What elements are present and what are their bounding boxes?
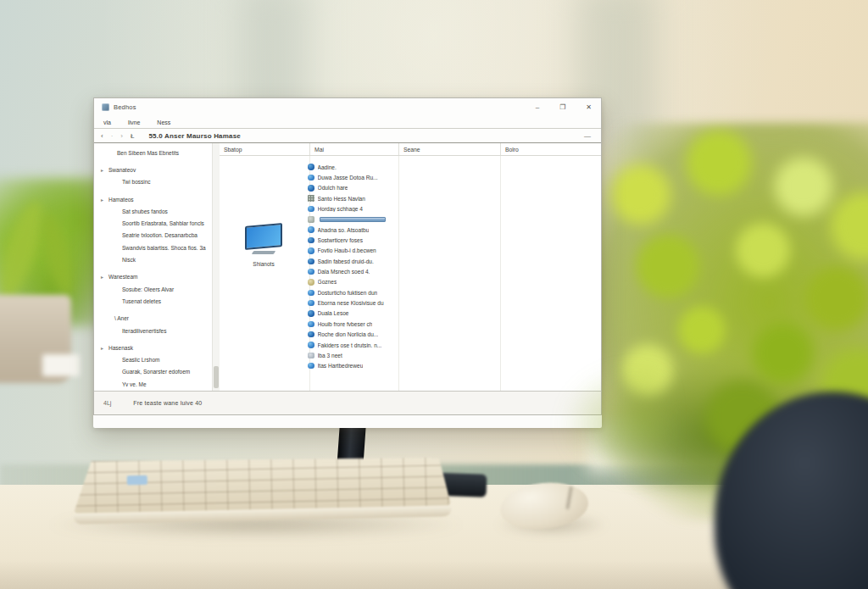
- list-row[interactable]: Sadin fabesd druid-du.: [308, 256, 601, 266]
- device-item-icon: [308, 195, 314, 202]
- list-row[interactable]: Horday schhage 4: [308, 203, 601, 214]
- toolbar-overflow-icon[interactable]: —: [584, 132, 594, 140]
- list-row-label: Dala Msnech soed 4.: [318, 269, 370, 275]
- tree-item[interactable]: ▸ Iteradilivenertisfes: [94, 325, 219, 336]
- tree-item-label: Seatrie txlootion. Desanarbcba: [122, 232, 198, 238]
- tree-item-label: Nisck: [122, 257, 136, 263]
- column-header[interactable]: Bolro: [500, 143, 601, 155]
- list-row[interactable]: Roche dion Norlicia du...: [308, 330, 601, 340]
- expand-arrow-icon[interactable]: ▸: [101, 197, 108, 203]
- expand-arrow-icon[interactable]: ▸: [101, 345, 108, 351]
- tree-item[interactable]: ▸ Guarak, Sonarster edofoem: [94, 366, 219, 378]
- device-item-icon: [308, 321, 314, 328]
- tree-item[interactable]: ▸ Wanesteam: [94, 271, 219, 283]
- list-row-label: Houib frore fvbeser ch: [318, 321, 373, 327]
- progress-bar: [320, 217, 386, 222]
- tree-item[interactable]: ▸ Swandvis balartiss. Shoca fios. 3a: [94, 242, 219, 253]
- list-row[interactable]: Fovtio Haub-i d.becwen: [308, 246, 601, 256]
- tree-item[interactable]: ▸ Nisck: [94, 253, 219, 265]
- address-breadcrumb[interactable]: 55.0 Anser Maurso Hamase: [148, 132, 241, 140]
- back-button[interactable]: ‹: [101, 132, 103, 140]
- forward-button[interactable]: ›: [120, 132, 123, 140]
- tree-item-label: Swanateov: [108, 167, 136, 173]
- monitor-screen: Bedhos – ❐ ✕ vlalivneNess ‹ · › Ł 55.0 A…: [93, 97, 602, 428]
- tree-item[interactable]: ▸ Swanateov: [94, 164, 219, 175]
- list-row-label: Odulch hare: [318, 185, 348, 191]
- list-row[interactable]: Eborna nese Klosivisue du: [308, 297, 601, 308]
- list-column-headers: SbatopMaiSeaneBolro: [220, 143, 601, 156]
- expand-arrow-icon[interactable]: ▸: [101, 167, 108, 173]
- list-row[interactable]: Santo Hess Navlan: [308, 193, 601, 203]
- tree-item[interactable]: ▸ Soortib Erlasbrata, Sahblar foncls: [94, 217, 219, 229]
- status-text: Fre teaste wane luive 40: [133, 400, 202, 406]
- list-row[interactable]: [308, 214, 601, 225]
- list-row-label: Iba 3 neet: [318, 353, 342, 358]
- column-header[interactable]: Seane: [398, 143, 500, 155]
- list-row[interactable]: Houib frore fvbeser ch: [308, 319, 601, 329]
- keyboard-blue-key: [127, 475, 147, 486]
- list-row-label: Fakiders ose t drutsin. n...: [318, 342, 382, 348]
- navigation-tree: ▸ Ben Sibeen Mas Ebnetits ▸ Swanateov ▸ …: [94, 143, 220, 391]
- tree-item[interactable]: ▸ Twi bossinc: [94, 176, 219, 188]
- tree-item-label: Soortib Erlasbrata, Sahblar foncls: [122, 220, 204, 226]
- app-icon: [102, 103, 109, 111]
- computer-device-item[interactable]: Shianots: [225, 225, 303, 267]
- list-row-label: Sadin fabesd druid-du.: [318, 258, 374, 264]
- list-row-label: Duala Lesoe: [318, 310, 349, 316]
- device-item-icon: [308, 310, 314, 317]
- list-row[interactable]: Ahadna so. Atsoatbu: [308, 225, 601, 235]
- tree-item[interactable]: ▸ Sat shubes fandos: [94, 205, 219, 217]
- list-row-label: Horday schhage 4: [318, 206, 364, 212]
- menu-item[interactable]: Ness: [157, 119, 170, 125]
- pin-icon[interactable]: Ł: [131, 132, 134, 140]
- list-row[interactable]: Duala Lesoe: [308, 308, 601, 319]
- device-item-icon: [308, 247, 314, 254]
- device-list-pane: SbatopMaiSeaneBolro Shianots Aadine. Duw…: [220, 143, 601, 391]
- list-row[interactable]: Dosturticho fuktisen dun: [308, 287, 601, 297]
- column-header[interactable]: Mai: [309, 143, 398, 155]
- list-row[interactable]: Duwa Jasse Dotoa Ru...: [308, 172, 601, 182]
- list-row[interactable]: Iba 3 neet: [308, 350, 601, 360]
- tree-item[interactable]: ▸ Hasenask: [94, 342, 219, 353]
- tree-item[interactable]: ▸ Seaslic Lrshom: [94, 353, 219, 365]
- list-row[interactable]: Sostwrticerv foses: [308, 235, 601, 245]
- device-item-icon: [308, 269, 314, 275]
- tree-item[interactable]: ▸ Seatrie txlootion. Desanarbcba: [94, 230, 219, 242]
- list-row[interactable]: Aadine.: [308, 162, 601, 172]
- list-row[interactable]: Goznes: [308, 277, 601, 287]
- title-bar[interactable]: Bedhos – ❐ ✕: [94, 98, 601, 116]
- device-item-icon: [308, 175, 314, 181]
- menu-item[interactable]: livne: [128, 119, 140, 125]
- tree-item[interactable]: ▸ Tusenat deletes: [94, 295, 219, 307]
- tree-item[interactable]: ▸ Sosube: Oleers Alvar: [94, 283, 219, 295]
- tree-item[interactable]: ▸ Yv ve. Me: [94, 378, 219, 390]
- tree-item-label: \ Aner: [114, 315, 129, 321]
- expand-arrow-icon[interactable]: ▸: [101, 274, 108, 280]
- device-item-icon: [308, 353, 314, 359]
- list-row-label: Roche dion Norlicia du...: [318, 331, 379, 337]
- window-controls: – ❐ ✕: [536, 104, 593, 111]
- menu-item[interactable]: vla: [103, 119, 111, 125]
- maximize-button[interactable]: ❐: [559, 104, 565, 111]
- tree-item[interactable]: ▸ Hamateos: [94, 193, 219, 205]
- list-row[interactable]: Dala Msnech soed 4.: [308, 266, 601, 276]
- tree-item-label: Tusenat deletes: [122, 298, 161, 304]
- history-button[interactable]: ·: [111, 132, 114, 140]
- list-row-label: Goznes: [318, 279, 337, 285]
- tree-item-label: Guarak, Sonarster edofoem: [122, 369, 190, 375]
- tree-item-label: Sat shubes fandos: [122, 208, 168, 214]
- monitor-device-icon-stand: [252, 251, 275, 254]
- list-row[interactable]: Odulch hare: [308, 183, 601, 193]
- column-header[interactable]: Sbatop: [220, 143, 309, 155]
- tree-scrollbar-thumb[interactable]: [214, 366, 219, 388]
- tree-item[interactable]: ▸ Ben Sibeen Mas Ebnetits: [94, 147, 219, 158]
- device-item-icon: [308, 331, 314, 338]
- list-row[interactable]: Fakiders ose t drutsin. n...: [308, 340, 601, 350]
- close-button[interactable]: ✕: [586, 104, 592, 111]
- tree-item[interactable]: ▸ \ Aner: [94, 313, 219, 325]
- tree-item-label: Sosube: Oleers Alvar: [122, 286, 174, 292]
- keyboard: [72, 453, 451, 524]
- minimize-button[interactable]: –: [536, 104, 539, 111]
- device-item-icon: [308, 342, 314, 348]
- tree-scrollbar[interactable]: [212, 143, 220, 391]
